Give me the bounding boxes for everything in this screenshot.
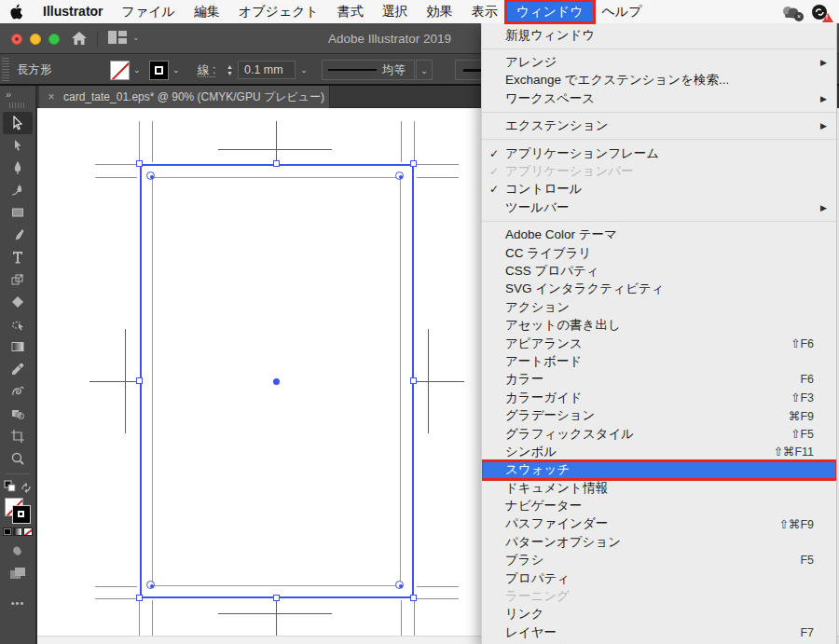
menu-item-actions[interactable]: アクション (482, 298, 836, 316)
stroke-black-indicator[interactable] (12, 505, 31, 524)
gradient-tool[interactable] (3, 336, 33, 358)
selection-handle[interactable] (273, 595, 280, 601)
rectangle-tool[interactable] (3, 201, 33, 224)
free-transform-tool[interactable] (3, 268, 33, 291)
selection-handle[interactable] (273, 160, 280, 167)
close-tab-icon[interactable]: × (39, 86, 63, 108)
menu-item-toolbar[interactable]: ツールバー▶ (482, 199, 836, 216)
draw-mode-button[interactable] (3, 562, 33, 584)
selection-handle[interactable] (410, 595, 417, 601)
document-layout-button[interactable]: ⌄ (108, 31, 140, 44)
panel-grip[interactable] (2, 58, 9, 82)
document-tab[interactable]: × card_tate_01.eps* @ 90% (CMYK/GPU プレビュ… (39, 86, 330, 108)
menu-item-extensions[interactable]: エクステンション▶ (482, 117, 836, 135)
menubar-item-view[interactable]: 表示 (462, 2, 507, 21)
curvature-tool[interactable] (3, 179, 33, 201)
color-mode-button[interactable] (3, 528, 12, 536)
menu-item-links[interactable]: リンク (482, 606, 836, 623)
minimize-window-button[interactable] (30, 34, 41, 45)
shape-builder-tool[interactable] (3, 540, 33, 562)
menu-item-pathfinder[interactable]: パスファインダー⇧⌘F9 (482, 515, 836, 533)
menubar-item-file[interactable]: ファイル (113, 2, 185, 21)
menubar-item-help[interactable]: ヘルプ (593, 2, 652, 21)
menu-item-color[interactable]: カラーF6 (482, 371, 836, 389)
stroke-weight-stepper[interactable]: ▲ ▼ (224, 61, 236, 79)
eraser-tool[interactable] (3, 291, 33, 313)
direct-selection-tool[interactable] (3, 134, 33, 157)
swap-fill-stroke-control[interactable] (4, 480, 32, 495)
stepper-down-icon[interactable]: ▼ (227, 70, 233, 76)
stroke-weight-dropdown[interactable]: ⌄ (296, 61, 311, 79)
menu-item-arrange[interactable]: アレンジ▶ (482, 53, 836, 71)
stroke-weight-value[interactable]: 0.1 mm (238, 61, 296, 79)
menu-item-asset-export[interactable]: アセットの書き出し (482, 316, 836, 334)
corner-widget[interactable] (146, 171, 155, 180)
menu-item-swatches[interactable]: スウォッチ (482, 461, 836, 479)
menu-item-document-info[interactable]: ドキュメント情報 (482, 479, 836, 497)
menu-item-properties[interactable]: プロパティ (482, 569, 836, 587)
menubar-item-object[interactable]: オブジェクト (229, 2, 328, 21)
selection-handle[interactable] (410, 160, 417, 167)
menu-item-gradient[interactable]: グラデーション⌘F9 (482, 406, 836, 424)
menu-item-application-frame[interactable]: ✓アプリケーションフレーム (482, 144, 836, 162)
apple-menu[interactable] (0, 4, 34, 20)
menu-item-graphic-styles[interactable]: グラフィックスタイル⇧F5 (482, 425, 836, 443)
none-mode-button[interactable] (23, 528, 33, 536)
menu-item-appearance[interactable]: アピアランス⇧F6 (482, 335, 836, 352)
menu-item-new-window[interactable]: 新規ウィンドウ (482, 26, 836, 44)
selection-handle[interactable] (410, 377, 417, 384)
stroke-color-swatch[interactable]: ⌄ (149, 60, 180, 80)
menubar-item-illustrator[interactable]: Illustrator (34, 2, 113, 21)
width-profile-dropdown[interactable]: 均等 (322, 60, 415, 80)
menu-item-css-properties[interactable]: CSS プロパティ (482, 262, 836, 280)
type-tool[interactable] (3, 246, 33, 268)
chevron-down-icon[interactable]: ⌄ (133, 65, 141, 75)
menu-item-layers[interactable]: レイヤーF7 (482, 623, 836, 641)
menu-item-svg-interactivity[interactable]: SVG インタラクティビティ (482, 281, 836, 298)
toolbar-grip[interactable] (9, 103, 26, 108)
corner-widget[interactable] (395, 171, 404, 180)
eyedropper-tool[interactable] (3, 358, 33, 380)
pen-tool[interactable] (3, 157, 33, 179)
menubar-item-select[interactable]: 選択 (373, 2, 418, 21)
corner-widget[interactable] (395, 581, 404, 589)
shaper-tool[interactable] (3, 313, 33, 336)
gradient-mode-button[interactable] (13, 528, 22, 536)
menubar-item-effect[interactable]: 効果 (418, 2, 462, 21)
expand-panel-icon[interactable]: » (0, 86, 35, 101)
menu-item-navigator[interactable]: ナビゲーター (482, 497, 836, 514)
menu-item-workspace[interactable]: ワークスペース▶ (482, 89, 836, 107)
menubar-item-type[interactable]: 書式 (328, 2, 373, 21)
zoom-tool[interactable] (3, 447, 33, 470)
menu-item-color-guide[interactable]: カラーガイド⇧F3 (482, 389, 836, 406)
home-icon[interactable] (71, 31, 88, 49)
menu-item-cc-libraries[interactable]: CC ライブラリ (482, 244, 836, 262)
corner-widget[interactable] (146, 581, 155, 589)
selection-handle[interactable] (136, 160, 143, 167)
stepper-up-icon[interactable]: ▲ (227, 63, 233, 70)
stroke-weight-label[interactable]: 線 : (198, 54, 215, 86)
menu-item-adobe-color-theme[interactable]: Adobe Color テーマ (482, 226, 836, 244)
edit-toolbar-icon[interactable]: ••• (11, 597, 25, 609)
selection-tool[interactable] (3, 112, 33, 134)
chevron-down-icon[interactable]: ⌄ (172, 65, 180, 75)
symbol-sprayer-tool[interactable] (3, 403, 33, 425)
zoom-window-button[interactable] (48, 34, 60, 45)
menubar-item-edit[interactable]: 編集 (185, 2, 229, 21)
selection-handle[interactable] (136, 595, 143, 601)
menu-item-control[interactable]: ✓コントロール (482, 181, 836, 199)
menu-item-artboards[interactable]: アートボード (482, 352, 836, 370)
paintbrush-tool[interactable] (3, 224, 33, 246)
artboard-tool[interactable] (3, 425, 33, 447)
selection-handle[interactable] (136, 377, 143, 384)
menu-item-find-extensions[interactable]: Exchange でエクステンションを検索... (482, 72, 836, 89)
width-profile-chevron[interactable]: ⌄ (416, 60, 433, 80)
menu-item-brushes[interactable]: ブラシF5 (482, 552, 836, 569)
creative-cloud-alert-icon[interactable]: ! (811, 4, 830, 21)
menubar-item-window[interactable]: ウィンドウ (507, 2, 593, 21)
blend-tool[interactable] (3, 380, 33, 403)
sync-paused-cloud-icon[interactable]: × (779, 5, 802, 20)
close-window-button[interactable] (11, 34, 22, 45)
menu-item-symbols[interactable]: シンボル⇧⌘F11 (482, 443, 836, 460)
fill-color-swatch[interactable]: ⌄ (110, 60, 141, 80)
